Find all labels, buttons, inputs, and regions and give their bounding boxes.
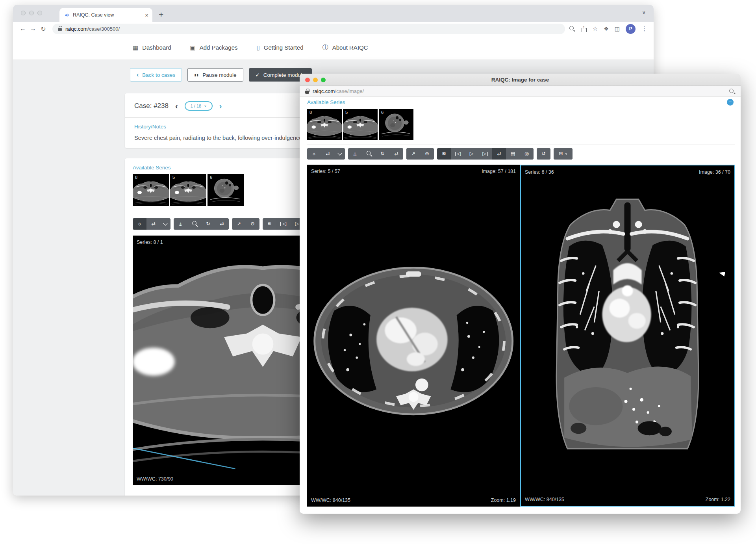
popup-title-bar[interactable]: RAIQC: Image for case (300, 74, 741, 86)
cine-button[interactable]: ⇄ (146, 218, 160, 230)
flip-button[interactable]: ⇄ (215, 218, 229, 230)
ct-thumbnail-image (208, 174, 244, 206)
browser-toolbar: ← → ↻ raiqc.com/case/300500/ ☆ ❖ ◫ P ⋮ (13, 22, 654, 35)
layers-button[interactable]: ≋ (263, 218, 276, 230)
zoom-page-icon[interactable] (569, 26, 575, 32)
minimize-window-icon[interactable] (313, 78, 318, 82)
tab-search-chevron-icon[interactable]: ∨ (642, 9, 646, 15)
next-case-icon[interactable]: › (219, 102, 222, 110)
flip-button[interactable]: ⇄ (389, 148, 403, 160)
audio-speaker-icon (65, 13, 70, 18)
image-count-overlay: Image: 36 / 70 (699, 169, 730, 175)
layout-button[interactable]: ⊞∨ (554, 148, 573, 160)
previous-case-icon[interactable]: ‹ (175, 102, 178, 110)
series-thumbnail-5[interactable]: 5 (170, 174, 206, 206)
popup-address-bar[interactable]: raiqc.com/case/image/ (300, 86, 741, 97)
loop-button[interactable]: ⇄ (492, 148, 506, 160)
window-controls[interactable] (305, 78, 326, 82)
sidebar-icon[interactable]: ◫ (615, 26, 620, 32)
wwwc-overlay: WW/WC: 730/90 (137, 476, 173, 482)
pause-module-button[interactable]: ▮▮ Pause module (187, 68, 243, 82)
collapse-series-icon[interactable]: − (727, 99, 734, 106)
first-image-button[interactable]: ◁ (451, 148, 465, 160)
wwwc-panel-button[interactable]: ▤ (506, 148, 520, 160)
profile-avatar[interactable]: P (626, 24, 636, 34)
bookmark-star-icon[interactable]: ☆ (593, 25, 598, 32)
nav-item-dashboard[interactable]: ▦ Dashboard (133, 44, 171, 51)
series-thumbnail-6[interactable]: 6 (379, 109, 413, 140)
series-thumbnail-5[interactable]: 5 (343, 109, 378, 140)
pan-button[interactable] (174, 218, 187, 230)
reload-icon[interactable]: ↻ (38, 25, 48, 33)
tool-options-button[interactable] (335, 148, 345, 160)
cine-button[interactable]: ⇄ (321, 148, 335, 160)
rotate-button[interactable]: ↻ (201, 218, 215, 230)
close-window-icon[interactable] (21, 11, 26, 15)
first-image-button[interactable]: ◁ (276, 218, 290, 230)
app-navbar: ▦ Dashboard ▣ Add Packages ▯ Getting Sta… (13, 35, 654, 60)
annotation-arrow (719, 270, 725, 276)
magnify-button[interactable] (362, 148, 376, 160)
browser-tab[interactable]: RAIQC: Case view × (59, 8, 152, 22)
minimize-window-icon[interactable] (29, 11, 34, 15)
series-number-label: 6 (210, 175, 212, 180)
zoom-window-icon[interactable] (321, 78, 326, 82)
tool-options-button[interactable] (160, 218, 170, 230)
pause-icon: ▮▮ (194, 73, 199, 77)
nav-item-getting-started[interactable]: ▯ Getting Started (257, 44, 304, 51)
series-thumbnail-6[interactable]: 6 (208, 174, 244, 206)
magnify-button[interactable] (187, 218, 201, 230)
brightness-button[interactable]: ☼ (307, 148, 321, 160)
series-thumbnail-8[interactable]: 8 (307, 109, 342, 140)
layers-button[interactable]: ≋ (437, 148, 451, 160)
nav-label: Dashboard (142, 44, 171, 51)
divider (307, 145, 735, 145)
ct-thumbnail-image (379, 109, 413, 140)
forward-icon[interactable]: → (28, 25, 38, 32)
nav-item-add-packages[interactable]: ▣ Add Packages (190, 44, 238, 51)
pan-button[interactable] (348, 148, 362, 160)
new-tab-button[interactable]: + (159, 10, 163, 19)
back-to-cases-button[interactable]: ‹ Back to cases (130, 68, 182, 82)
nav-item-about[interactable]: ⓘ About RAIQC (322, 44, 368, 51)
series-thumbnail-list: 8 5 6 (307, 109, 735, 140)
guide-book-icon: ▯ (257, 44, 260, 51)
rotate-button[interactable]: ↻ (376, 148, 389, 160)
search-icon[interactable] (729, 88, 735, 95)
zoom-window-icon[interactable] (37, 11, 42, 15)
wwwc-overlay: WW/WC: 840/135 (525, 497, 564, 502)
tab-close-icon[interactable]: × (145, 12, 148, 19)
tab-title: RAIQC: Case view (73, 12, 142, 18)
back-icon[interactable]: ← (18, 25, 28, 32)
window-controls[interactable] (21, 11, 42, 15)
button-label: Complete module (263, 72, 305, 78)
close-window-icon[interactable] (305, 78, 310, 82)
lock-icon (58, 28, 62, 31)
series-number-label: 5 (345, 110, 348, 115)
length-button[interactable]: ↗ (406, 148, 420, 160)
brightness-button[interactable]: ☼ (133, 218, 146, 230)
ct-viewport-axial[interactable]: Series: 5 / 57 Image: 57 / 181 WW/WC: 84… (307, 165, 520, 507)
ct-axial-chest-image (311, 209, 515, 469)
last-image-button[interactable]: ▷ (478, 148, 492, 160)
browser-menu-icon[interactable]: ⋮ (641, 25, 647, 32)
extensions-icon[interactable]: ❖ (604, 26, 609, 32)
length-button[interactable]: ↗ (232, 218, 246, 230)
available-series-title: Available Series (307, 99, 345, 105)
zoom-overlay: Zoom: 1.19 (491, 498, 516, 503)
reference-lines-button[interactable]: ◎ (520, 148, 534, 160)
series-thumbnail-8[interactable]: 8 (133, 174, 169, 206)
url-domain: raiqc.com (65, 26, 87, 32)
share-icon[interactable] (581, 26, 587, 32)
ct-viewport-coronal-active[interactable]: Series: 6 / 36 Image: 36 / 70 WW/WC: 840… (520, 165, 735, 507)
series-overlay: Series: 8 / 1 (137, 240, 163, 245)
ellipse-button[interactable]: ⊖ (246, 218, 259, 230)
series-number-label: 8 (309, 110, 312, 115)
ellipse-button[interactable]: ⊖ (420, 148, 434, 160)
address-bar[interactable]: raiqc.com/case/300500/ (52, 24, 565, 34)
chevron-left-icon: ‹ (137, 71, 139, 78)
reset-button[interactable]: ↺ (537, 148, 550, 160)
image-for-case-window: RAIQC: Image for case raiqc.com/case/ima… (300, 74, 741, 514)
play-button[interactable]: ▷ (465, 148, 478, 160)
case-pager-dropdown[interactable]: 1 / 18 ∨ (185, 101, 213, 111)
